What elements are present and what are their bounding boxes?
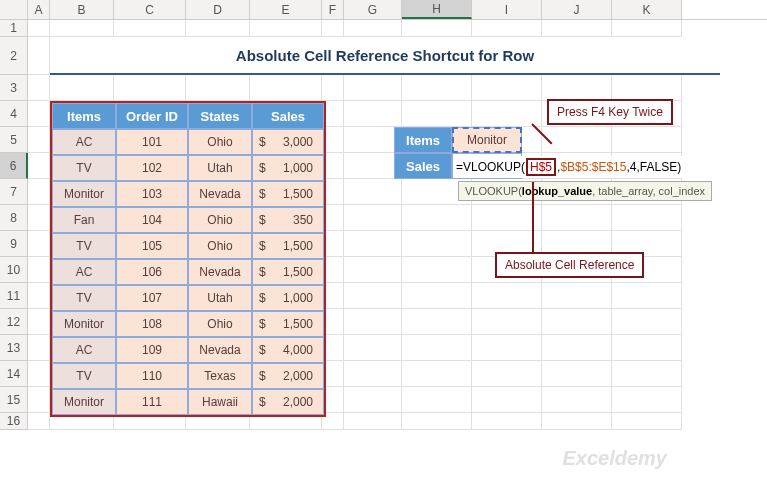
col-F[interactable]: F — [322, 0, 344, 19]
cell-order[interactable]: 109 — [116, 337, 188, 363]
data-table: Items Order ID States Sales AC101Ohio$3,… — [50, 101, 326, 417]
cell-item[interactable]: Fan — [52, 207, 116, 233]
cell-sales[interactable]: $2,000 — [252, 363, 324, 389]
cell-order[interactable]: 110 — [116, 363, 188, 389]
cell-item[interactable]: TV — [52, 155, 116, 181]
header-states: States — [188, 103, 252, 129]
callout-line-bottom — [532, 182, 534, 252]
row-14[interactable]: 14 — [0, 361, 28, 387]
cell-order[interactable]: 101 — [116, 129, 188, 155]
cell-order[interactable]: 108 — [116, 311, 188, 337]
cell-sales[interactable]: $1,000 — [252, 285, 324, 311]
cell-item[interactable]: TV — [52, 363, 116, 389]
table-row: TV107Utah$1,000 — [52, 285, 324, 311]
table-row: Monitor111Hawaii$2,000 — [52, 389, 324, 415]
header-order-id: Order ID — [116, 103, 188, 129]
cell-order[interactable]: 105 — [116, 233, 188, 259]
cell-item[interactable]: TV — [52, 285, 116, 311]
table-row: AC109Nevada$4,000 — [52, 337, 324, 363]
cell-order[interactable]: 107 — [116, 285, 188, 311]
table-row: Fan104Ohio$350 — [52, 207, 324, 233]
lookup-items-label: Items — [394, 127, 452, 153]
table-row: Monitor108Ohio$1,500 — [52, 311, 324, 337]
table-row: TV105Ohio$1,500 — [52, 233, 324, 259]
cell-item[interactable]: Monitor — [52, 311, 116, 337]
table-row: Monitor103Nevada$1,500 — [52, 181, 324, 207]
tooltip-rest: , table_array, col_index — [592, 185, 705, 197]
cell-sales[interactable]: $1,500 — [252, 311, 324, 337]
cell-state[interactable]: Texas — [188, 363, 252, 389]
page-title: Absolute Cell Reference Shortcut for Row — [50, 37, 720, 75]
cell-item[interactable]: AC — [52, 337, 116, 363]
cell-state[interactable]: Ohio — [188, 129, 252, 155]
cell-state[interactable]: Nevada — [188, 181, 252, 207]
cell-sales[interactable]: $2,000 — [252, 389, 324, 415]
cell-order[interactable]: 102 — [116, 155, 188, 181]
cell-state[interactable]: Nevada — [188, 259, 252, 285]
row-13[interactable]: 13 — [0, 335, 28, 361]
row-8[interactable]: 8 — [0, 205, 28, 231]
table-row: AC106Nevada$1,500 — [52, 259, 324, 285]
col-G[interactable]: G — [344, 0, 402, 19]
header-items: Items — [52, 103, 116, 129]
col-D[interactable]: D — [186, 0, 250, 19]
col-E[interactable]: E — [250, 0, 322, 19]
cell-item[interactable]: AC — [52, 129, 116, 155]
row-7[interactable]: 7 — [0, 179, 28, 205]
cell-sales[interactable]: $4,000 — [252, 337, 324, 363]
cell-order[interactable]: 111 — [116, 389, 188, 415]
tooltip-fn: VLOOKUP( — [465, 185, 522, 197]
col-H[interactable]: H — [402, 0, 472, 19]
row-9[interactable]: 9 — [0, 231, 28, 257]
formula-editor[interactable]: =VLOOKUP( H$5 , $B$5:$E$15 ,4,FALSE) — [454, 156, 683, 178]
cell-sales[interactable]: $1,500 — [252, 181, 324, 207]
cell-state[interactable]: Utah — [188, 155, 252, 181]
col-J[interactable]: J — [542, 0, 612, 19]
cell-state[interactable]: Nevada — [188, 337, 252, 363]
cell-state[interactable]: Hawaii — [188, 389, 252, 415]
cell-sales[interactable]: $3,000 — [252, 129, 324, 155]
col-C[interactable]: C — [114, 0, 186, 19]
row-15[interactable]: 15 — [0, 387, 28, 413]
formula-tooltip: VLOOKUP(lookup_value, table_array, col_i… — [458, 181, 712, 201]
watermark: Exceldemy — [562, 447, 667, 470]
row-1[interactable]: 1 — [0, 20, 28, 37]
cell-order[interactable]: 103 — [116, 181, 188, 207]
row-11[interactable]: 11 — [0, 283, 28, 309]
row-2[interactable]: 2 — [0, 37, 28, 75]
row-5[interactable]: 5 — [0, 127, 28, 153]
row-10[interactable]: 10 — [0, 257, 28, 283]
cell-state[interactable]: Ohio — [188, 207, 252, 233]
col-K[interactable]: K — [612, 0, 682, 19]
cell-item[interactable]: AC — [52, 259, 116, 285]
cell-sales[interactable]: $1,000 — [252, 155, 324, 181]
cell-state[interactable]: Ohio — [188, 233, 252, 259]
cell-item[interactable]: TV — [52, 233, 116, 259]
cell-sales[interactable]: $350 — [252, 207, 324, 233]
cell-item[interactable]: Monitor — [52, 181, 116, 207]
cell-state[interactable]: Utah — [188, 285, 252, 311]
row-4[interactable]: 4 — [0, 101, 28, 127]
col-I[interactable]: I — [472, 0, 542, 19]
cell-state[interactable]: Ohio — [188, 311, 252, 337]
cell-sales[interactable]: $1,500 — [252, 259, 324, 285]
callout-absolute-ref: Absolute Cell Reference — [495, 252, 644, 278]
col-A[interactable]: A — [28, 0, 50, 19]
formula-rest: ,4,FALSE) — [626, 160, 681, 174]
cell-sales[interactable]: $1,500 — [252, 233, 324, 259]
callout-press-f4: Press F4 Key Twice — [547, 99, 673, 125]
lookup-sales-label: Sales — [394, 153, 452, 179]
row-16[interactable]: 16 — [0, 413, 28, 430]
row-3[interactable]: 3 — [0, 75, 28, 101]
col-B[interactable]: B — [50, 0, 114, 19]
table-row: TV110Texas$2,000 — [52, 363, 324, 389]
formula-arg-table-array: $B$5:$E$15 — [560, 160, 626, 174]
lookup-items-value[interactable]: Monitor — [452, 127, 522, 153]
select-all-corner[interactable] — [0, 0, 28, 19]
cell-item[interactable]: Monitor — [52, 389, 116, 415]
row-12[interactable]: 12 — [0, 309, 28, 335]
row-6[interactable]: 6 — [0, 153, 28, 179]
cell-order[interactable]: 104 — [116, 207, 188, 233]
formula-prefix: =VLOOKUP( — [456, 160, 525, 174]
cell-order[interactable]: 106 — [116, 259, 188, 285]
